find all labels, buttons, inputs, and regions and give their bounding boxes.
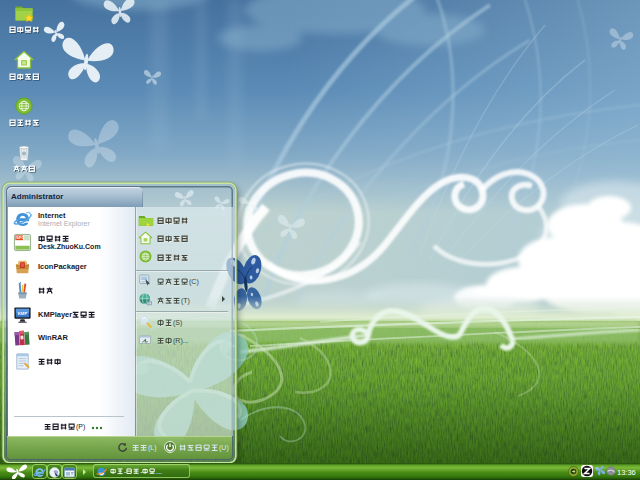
svg-text:KMP: KMP: [18, 311, 28, 316]
svg-text:SFC: SFC: [16, 235, 25, 240]
svg-text:13:36: 13:36: [617, 468, 636, 477]
svg-text:(U): (U): [219, 444, 229, 452]
svg-text:(L): (L): [148, 444, 157, 452]
svg-text:...: ...: [156, 468, 162, 475]
